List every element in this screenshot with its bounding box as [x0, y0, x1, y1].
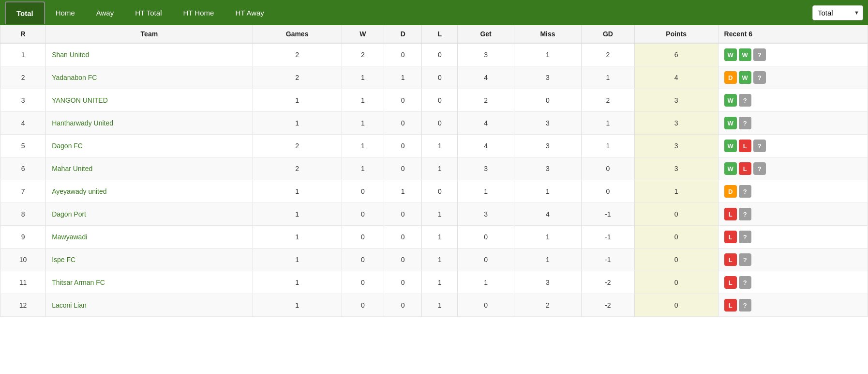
cell-rank: 4 — [0, 112, 46, 135]
cell-d: 0 — [384, 249, 422, 271]
cell-rank: 3 — [0, 89, 46, 112]
cell-points: 0 — [634, 249, 718, 271]
recent-badges-container: L? — [722, 231, 864, 243]
cell-games: 1 — [253, 249, 342, 271]
cell-rank: 9 — [0, 226, 46, 249]
cell-games: 2 — [253, 43, 342, 66]
table-row: 12 Laconi Lian 1 0 0 1 0 2 -2 0 L? — [0, 294, 868, 317]
cell-recent: WL? — [718, 135, 868, 157]
cell-d: 0 — [384, 294, 422, 317]
cell-l: 0 — [422, 66, 458, 89]
cell-team[interactable]: Yadanabon FC — [46, 66, 253, 89]
cell-team[interactable]: Thitsar Arman FC — [46, 271, 253, 294]
recent-badge-?: ? — [739, 299, 751, 312]
table-row: 1 Shan United 2 2 0 0 3 1 2 6 WW? — [0, 43, 868, 66]
tab-home[interactable]: Home — [45, 2, 86, 24]
cell-l: 0 — [422, 43, 458, 66]
cell-team[interactable]: YANGON UNITED — [46, 89, 253, 112]
cell-miss: 0 — [514, 89, 581, 112]
recent-badge-l: L — [724, 231, 737, 243]
cell-get: 3 — [458, 203, 514, 226]
recent-badge-?: ? — [739, 208, 751, 220]
cell-rank: 8 — [0, 203, 46, 226]
cell-team[interactable]: Dagon FC — [46, 135, 253, 157]
cell-gd: -2 — [581, 271, 634, 294]
cell-l: 1 — [422, 294, 458, 317]
cell-team[interactable]: Shan United — [46, 43, 253, 66]
recent-badge-?: ? — [753, 48, 766, 61]
tab-total[interactable]: Total — [5, 1, 45, 24]
cell-d: 0 — [384, 43, 422, 66]
main-container: Total Home Away HT Total HT Home HT Away… — [0, 0, 868, 317]
cell-recent: L? — [718, 271, 868, 294]
cell-points: 3 — [634, 112, 718, 135]
recent-badge-w: W — [724, 48, 737, 61]
view-dropdown[interactable]: Total Home Away HT Total HT Home HT Away — [812, 5, 863, 20]
cell-w: 0 — [342, 294, 384, 317]
recent-badge-d: D — [724, 185, 737, 198]
col-d: D — [384, 25, 422, 43]
tab-bar-left: Total Home Away HT Total HT Home HT Away — [5, 1, 275, 24]
cell-get: 1 — [458, 271, 514, 294]
cell-l: 1 — [422, 157, 458, 180]
recent-badge-?: ? — [739, 231, 751, 243]
cell-team[interactable]: Hantharwady United — [46, 112, 253, 135]
cell-points: 0 — [634, 226, 718, 249]
cell-gd: -1 — [581, 249, 634, 271]
col-team: Team — [46, 25, 253, 43]
cell-l: 1 — [422, 203, 458, 226]
cell-team[interactable]: Dagon Port — [46, 203, 253, 226]
recent-badge-l: L — [724, 253, 737, 266]
cell-team[interactable]: Laconi Lian — [46, 294, 253, 317]
cell-recent: WL? — [718, 157, 868, 180]
cell-l: 0 — [422, 112, 458, 135]
cell-w: 0 — [342, 271, 384, 294]
cell-points: 0 — [634, 271, 718, 294]
cell-w: 0 — [342, 226, 384, 249]
cell-w: 1 — [342, 112, 384, 135]
table-row: 4 Hantharwady United 1 1 0 0 4 3 1 3 W? — [0, 112, 868, 135]
cell-miss: 4 — [514, 203, 581, 226]
cell-miss: 1 — [514, 226, 581, 249]
cell-d: 1 — [384, 66, 422, 89]
table-row: 7 Ayeyawady united 1 0 1 0 1 1 0 1 D? — [0, 180, 868, 203]
cell-d: 0 — [384, 203, 422, 226]
cell-d: 0 — [384, 112, 422, 135]
col-rank: R — [0, 25, 46, 43]
cell-rank: 12 — [0, 294, 46, 317]
recent-badge-w: W — [724, 117, 737, 129]
recent-badge-l: L — [739, 162, 751, 175]
cell-games: 1 — [253, 294, 342, 317]
tab-bar: Total Home Away HT Total HT Home HT Away… — [0, 0, 868, 25]
cell-recent: L? — [718, 294, 868, 317]
tab-ht-home[interactable]: HT Home — [172, 2, 224, 24]
cell-w: 1 — [342, 89, 384, 112]
cell-gd: 0 — [581, 180, 634, 203]
cell-rank: 10 — [0, 249, 46, 271]
cell-gd: 2 — [581, 43, 634, 66]
standings-table: R Team Games W D L Get Miss GD Points Re… — [0, 25, 868, 317]
cell-team[interactable]: Mahar United — [46, 157, 253, 180]
cell-l: 1 — [422, 249, 458, 271]
col-l: L — [422, 25, 458, 43]
cell-team[interactable]: Mawyawadi — [46, 226, 253, 249]
cell-recent: D? — [718, 180, 868, 203]
tab-ht-total[interactable]: HT Total — [124, 2, 172, 24]
recent-badges-container: L? — [722, 253, 864, 266]
col-points: Points — [634, 25, 718, 43]
cell-team[interactable]: Ispe FC — [46, 249, 253, 271]
cell-recent: DW? — [718, 66, 868, 89]
tab-ht-away[interactable]: HT Away — [224, 2, 274, 24]
tab-away[interactable]: Away — [86, 2, 124, 24]
cell-miss: 3 — [514, 66, 581, 89]
recent-badges-container: WL? — [722, 140, 864, 152]
cell-rank: 7 — [0, 180, 46, 203]
cell-gd: -1 — [581, 203, 634, 226]
recent-badges-container: L? — [722, 276, 864, 289]
cell-gd: 1 — [581, 135, 634, 157]
cell-team[interactable]: Ayeyawady united — [46, 180, 253, 203]
view-dropdown-wrapper: Total Home Away HT Total HT Home HT Away — [812, 5, 863, 20]
col-games: Games — [253, 25, 342, 43]
cell-w: 0 — [342, 249, 384, 271]
recent-badge-d: D — [724, 71, 737, 84]
